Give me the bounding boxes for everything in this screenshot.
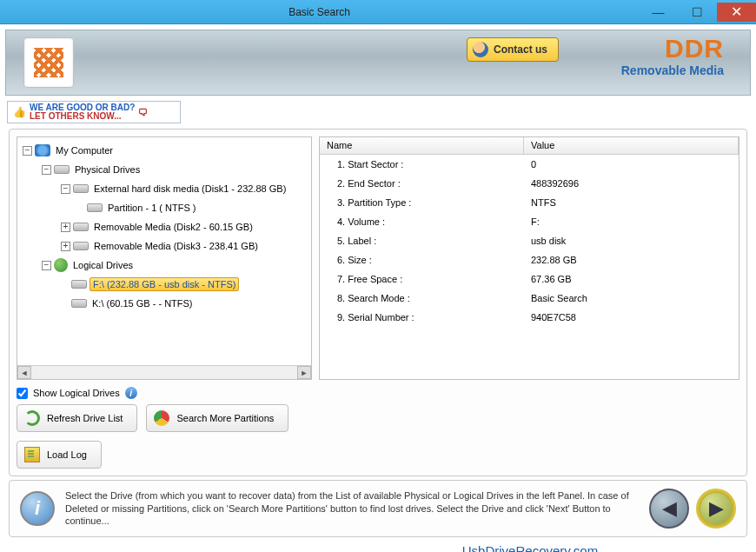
feedback-line2: LET OTHERS KNOW... (30, 112, 135, 121)
tree-disk3[interactable]: + Removable Media (Disk3 - 238.41 GB) (19, 236, 309, 256)
property-name: 2. End Sector : (320, 178, 524, 189)
property-name: 4. Volume : (320, 216, 524, 227)
column-value[interactable]: Value (524, 137, 739, 154)
show-logical-drives-label: Show Logical Drives (33, 388, 120, 398)
minimize-button[interactable]: — (639, 3, 678, 22)
properties-header: Name Value (320, 137, 739, 155)
tree-logical-drives[interactable]: − Logical Drives (19, 256, 309, 275)
search-more-partitions-button[interactable]: Search More Partitions (146, 404, 288, 432)
show-logical-drives-checkbox[interactable] (17, 388, 28, 399)
drive-icon (73, 184, 89, 193)
horizontal-scrollbar[interactable]: ◄ ► (17, 365, 311, 379)
pie-icon (154, 410, 169, 426)
drive-tree-panel[interactable]: − My Computer − Physical Drives − Extern… (17, 136, 312, 380)
property-value: usb disk (524, 236, 739, 246)
property-value: Basic Search (524, 293, 739, 303)
tree-disk2[interactable]: + Removable Media (Disk2 - 60.15 GB) (19, 217, 309, 236)
property-row[interactable]: 8. Search Mode :Basic Search (320, 289, 739, 308)
tree-disk1-partition1[interactable]: Partition - 1 ( NTFS ) (19, 198, 309, 217)
bubble-icon: 🗨 (138, 108, 148, 117)
tree-physical-drives[interactable]: − Physical Drives (19, 160, 309, 179)
content-area: − My Computer − Physical Drives − Extern… (9, 129, 747, 476)
property-name: 8. Search Mode : (320, 293, 524, 303)
column-name[interactable]: Name (320, 137, 524, 154)
property-value: NTFS (524, 197, 739, 208)
maximize-button[interactable]: ☐ (678, 3, 717, 22)
property-name: 7. Free Space : (320, 274, 524, 284)
brand-name: DDR (621, 36, 724, 62)
contact-label: Contact us (494, 43, 547, 56)
close-button[interactable]: ✕ (717, 3, 756, 22)
property-value: 0 (524, 159, 739, 170)
refresh-icon (24, 410, 40, 426)
info-icon[interactable]: i (125, 387, 137, 399)
property-value: 67.36 GB (524, 274, 739, 284)
info-icon: i (20, 491, 55, 526)
property-row[interactable]: 5. Label :usb disk (320, 231, 739, 250)
collapse-icon[interactable]: − (42, 165, 51, 175)
collapse-icon[interactable]: − (42, 261, 51, 270)
person-icon (473, 42, 488, 57)
scroll-left-icon[interactable]: ◄ (17, 366, 31, 379)
property-value: 232.88 GB (524, 255, 739, 265)
property-name: 1. Start Sector : (320, 159, 524, 170)
collapse-icon[interactable]: − (61, 184, 70, 194)
property-row[interactable]: 9. Serial Number :940E7C58 (320, 308, 739, 327)
property-name: 5. Label : (320, 236, 524, 246)
back-button[interactable]: ◀ (649, 489, 689, 529)
tree-drive-f[interactable]: F:\ (232.88 GB - usb disk - NTFS) (19, 275, 309, 294)
next-button[interactable]: ▶ (696, 489, 736, 529)
hint-bar: i Select the Drive (from which you want … (9, 480, 747, 537)
tree-drive-k[interactable]: K:\ (60.15 GB - - NTFS) (19, 294, 309, 313)
refresh-drive-list-button[interactable]: Refresh Drive List (17, 404, 137, 432)
thumb-icon: 👍 (13, 107, 26, 117)
feedback-banner[interactable]: 👍 WE ARE GOOD OR BAD? LET OTHERS KNOW...… (7, 101, 181, 123)
banner: Contact us DDR Removable Media (5, 30, 751, 96)
properties-panel: Name Value 1. Start Sector :02. End Sect… (319, 136, 739, 380)
property-row[interactable]: 7. Free Space :67.36 GB (320, 269, 739, 289)
tree-root[interactable]: − My Computer (19, 141, 309, 160)
drive-icon (54, 165, 70, 174)
property-row[interactable]: 1. Start Sector :0 (320, 155, 739, 174)
property-row[interactable]: 6. Size :232.88 GB (320, 250, 739, 269)
expand-icon[interactable]: + (61, 223, 70, 232)
property-row[interactable]: 3. Partition Type :NTFS (320, 193, 739, 212)
website-link[interactable]: UsbDriveRecovery.com (462, 543, 598, 552)
property-value: 940E7C58 (524, 312, 739, 323)
contact-us-button[interactable]: Contact us (467, 37, 559, 62)
log-icon (24, 447, 40, 462)
drive-icon (73, 223, 89, 231)
property-name: 3. Partition Type : (320, 197, 524, 208)
property-value: 488392696 (524, 178, 739, 189)
app-logo (23, 37, 74, 88)
drive-icon (87, 203, 103, 212)
drive-icon (71, 299, 87, 308)
globe-icon (54, 258, 68, 272)
hint-text: Select the Drive (from which you want to… (65, 489, 639, 529)
property-name: 6. Size : (320, 255, 524, 265)
property-value: F: (524, 216, 739, 227)
collapse-icon[interactable]: − (23, 146, 32, 156)
property-name: 9. Serial Number : (320, 312, 524, 323)
property-row[interactable]: 2. End Sector :488392696 (320, 174, 739, 193)
window-title: Basic Search (0, 6, 639, 18)
load-log-button[interactable]: Load Log (17, 441, 102, 469)
brand-block: DDR Removable Media (621, 36, 724, 77)
property-row[interactable]: 4. Volume :F: (320, 212, 739, 231)
scroll-right-icon[interactable]: ► (297, 366, 311, 379)
drive-icon (71, 280, 87, 289)
expand-icon[interactable]: + (61, 242, 70, 251)
computer-icon (35, 144, 50, 156)
tree-disk1[interactable]: − External hard disk media (Disk1 - 232.… (19, 179, 309, 198)
brand-sub: Removable Media (621, 63, 724, 77)
footer-link[interactable]: UsbDriveRecovery.com (0, 541, 756, 552)
drive-icon (73, 242, 89, 250)
titlebar: Basic Search — ☐ ✕ (0, 0, 756, 24)
